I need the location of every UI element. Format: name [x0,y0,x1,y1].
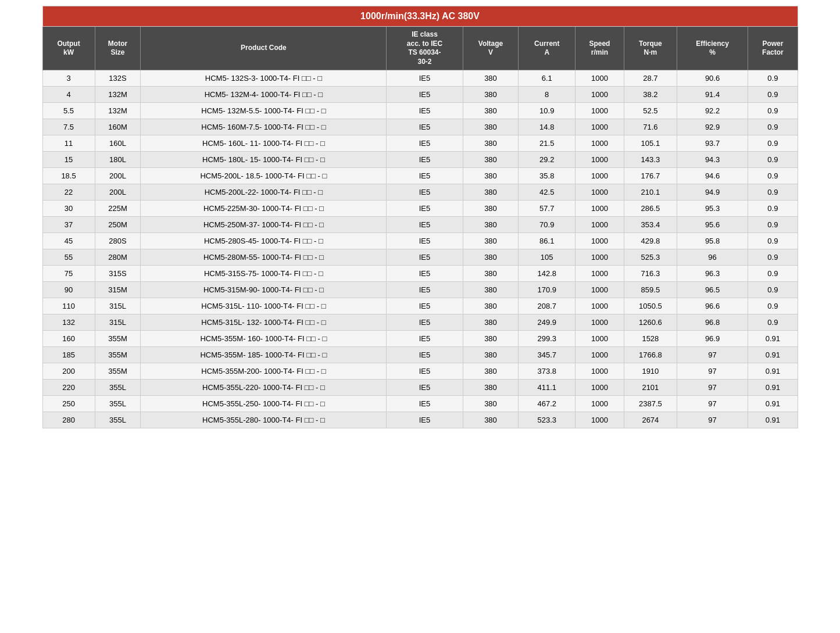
cell-product-code: HCM5-355L-220- 1000-T4- FI □□ - □ [141,380,387,396]
cell-current: 208.7 [519,298,576,314]
cell-speed: 1000 [576,363,624,380]
cell-ie-class: IE5 [387,103,463,119]
cell-ie-class: IE5 [387,396,463,412]
table-row: 22200LHCM5-200L-22- 1000-T4- FI □□ - □IE… [42,184,798,201]
cell-product-code: HCM5- 132M-4- 1000-T4- FI □□ - □ [141,87,387,103]
cell-torque: 2674 [624,412,677,428]
cell-speed: 1000 [576,87,624,103]
cell-ie-class: IE5 [387,152,463,168]
cell-voltage: 380 [463,266,519,282]
cell-ie-class: IE5 [387,87,463,103]
cell-product-code: HCM5-315L- 110- 1000-T4- FI □□ - □ [141,298,387,314]
cell-voltage: 380 [463,135,519,152]
cell-motor-size: 355L [95,396,141,412]
cell-current: 373.8 [519,363,576,380]
cell-kw: 18.5 [42,168,95,184]
cell-kw: 55 [42,249,95,266]
cell-torque: 71.6 [624,119,677,135]
cell-power-factor: 0.91 [748,380,798,396]
cell-speed: 1000 [576,412,624,428]
cell-product-code: HCM5- 132M-5.5- 1000-T4- FI □□ - □ [141,103,387,119]
main-table-wrapper: 1000r/min(33.3Hz) AC 380V OutputkW Motor… [42,6,798,428]
table-row: 7.5160MHCM5- 160M-7.5- 1000-T4- FI □□ - … [42,119,798,135]
cell-ie-class: IE5 [387,363,463,380]
cell-ie-class: IE5 [387,233,463,249]
cell-power-factor: 0.9 [748,314,798,331]
cell-motor-size: 180L [95,152,141,168]
cell-speed: 1000 [576,70,624,87]
cell-torque: 1050.5 [624,298,677,314]
cell-efficiency: 95.3 [677,201,748,217]
cell-kw: 250 [42,396,95,412]
cell-efficiency: 92.2 [677,103,748,119]
table-row: 90315MHCM5-315M-90- 1000-T4- FI □□ - □IE… [42,282,798,298]
header-voltage: VoltageV [463,27,519,70]
cell-kw: 110 [42,298,95,314]
cell-efficiency: 97 [677,363,748,380]
cell-voltage: 380 [463,217,519,233]
cell-current: 523.3 [519,412,576,428]
cell-product-code: HCM5- 132S-3- 1000-T4- FI □□ - □ [141,70,387,87]
title-row: 1000r/min(33.3Hz) AC 380V [42,6,798,27]
cell-speed: 1000 [576,103,624,119]
cell-efficiency: 94.3 [677,152,748,168]
motor-data-table: 1000r/min(33.3Hz) AC 380V OutputkW Motor… [42,6,798,428]
cell-current: 299.3 [519,331,576,347]
cell-motor-size: 200L [95,168,141,184]
cell-efficiency: 95.8 [677,233,748,249]
cell-product-code: HCM5-280S-45- 1000-T4- FI □□ - □ [141,233,387,249]
cell-voltage: 380 [463,249,519,266]
cell-torque: 52.5 [624,103,677,119]
header-power-factor: PowerFactor [748,27,798,70]
cell-speed: 1000 [576,201,624,217]
cell-speed: 1000 [576,266,624,282]
cell-product-code: HCM5-200L-22- 1000-T4- FI □□ - □ [141,184,387,201]
cell-efficiency: 93.7 [677,135,748,152]
cell-voltage: 380 [463,184,519,201]
table-row: 4132MHCM5- 132M-4- 1000-T4- FI □□ - □IE5… [42,87,798,103]
table-row: 45280SHCM5-280S-45- 1000-T4- FI □□ - □IE… [42,233,798,249]
table-row: 55280MHCM5-280M-55- 1000-T4- FI □□ - □IE… [42,249,798,266]
cell-kw: 75 [42,266,95,282]
cell-ie-class: IE5 [387,314,463,331]
cell-kw: 45 [42,233,95,249]
header-output-kw: OutputkW [42,27,95,70]
cell-motor-size: 280S [95,233,141,249]
cell-power-factor: 0.9 [748,103,798,119]
table-title: 1000r/min(33.3Hz) AC 380V [42,6,798,27]
cell-power-factor: 0.9 [748,168,798,184]
cell-ie-class: IE5 [387,282,463,298]
table-row: 220355LHCM5-355L-220- 1000-T4- FI □□ - □… [42,380,798,396]
cell-product-code: HCM5- 180L- 15- 1000-T4- FI □□ - □ [141,152,387,168]
cell-motor-size: 315L [95,298,141,314]
cell-ie-class: IE5 [387,184,463,201]
cell-motor-size: 200L [95,184,141,201]
cell-current: 6.1 [519,70,576,87]
table-row: 37250MHCM5-250M-37- 1000-T4- FI □□ - □IE… [42,217,798,233]
cell-current: 345.7 [519,347,576,363]
cell-current: 105 [519,249,576,266]
cell-motor-size: 250M [95,217,141,233]
cell-torque: 1766.8 [624,347,677,363]
table-row: 160355MHCM5-355M- 160- 1000-T4- FI □□ - … [42,331,798,347]
table-row: 110315LHCM5-315L- 110- 1000-T4- FI □□ - … [42,298,798,314]
cell-efficiency: 96.3 [677,266,748,282]
cell-ie-class: IE5 [387,380,463,396]
cell-efficiency: 96.9 [677,331,748,347]
cell-kw: 7.5 [42,119,95,135]
cell-speed: 1000 [576,298,624,314]
cell-motor-size: 160M [95,119,141,135]
cell-power-factor: 0.9 [748,152,798,168]
cell-speed: 1000 [576,396,624,412]
cell-ie-class: IE5 [387,201,463,217]
cell-voltage: 380 [463,282,519,298]
cell-kw: 90 [42,282,95,298]
cell-speed: 1000 [576,380,624,396]
cell-product-code: HCM5-355M- 185- 1000-T4- FI □□ - □ [141,347,387,363]
cell-ie-class: IE5 [387,347,463,363]
table-row: 250355LHCM5-355L-250- 1000-T4- FI □□ - □… [42,396,798,412]
cell-current: 249.9 [519,314,576,331]
cell-motor-size: 280M [95,249,141,266]
cell-kw: 3 [42,70,95,87]
cell-voltage: 380 [463,331,519,347]
